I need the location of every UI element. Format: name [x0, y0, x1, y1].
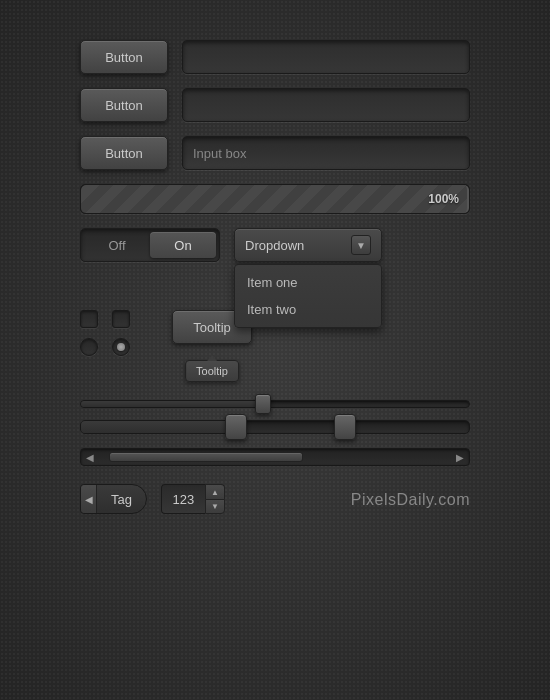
button-3[interactable]: Button [80, 136, 168, 170]
thick-slider-thumb-2[interactable] [334, 414, 356, 440]
textbox-1[interactable] [182, 40, 470, 74]
progress-label: 100% [428, 192, 459, 206]
spinner-input[interactable] [161, 484, 205, 514]
brand-suffix: .com [433, 491, 470, 508]
scrollbar-thumb[interactable] [109, 452, 303, 462]
scrollbar-right-arrow[interactable]: ▶ [451, 449, 469, 465]
button-1[interactable]: Button [80, 40, 168, 74]
dropdown-menu: Item one Item two [234, 264, 382, 328]
spinner-down[interactable]: ▼ [205, 499, 225, 514]
thin-slider-thumb[interactable] [255, 394, 271, 414]
thin-slider-fill [81, 401, 263, 407]
toggle-off[interactable]: Off [84, 232, 150, 258]
scrollbar[interactable]: ◀ ▶ [80, 448, 470, 466]
dropdown-arrow-icon[interactable]: ▼ [351, 235, 371, 255]
spinner-arrows: ▲ ▼ [205, 484, 225, 514]
thick-slider-thumb-1[interactable] [225, 414, 247, 440]
toggle-switch[interactable]: Off On [80, 228, 220, 262]
textbox-3[interactable] [182, 136, 470, 170]
checkbox-group [80, 310, 130, 356]
dropdown-label: Dropdown [245, 238, 304, 253]
radio-2[interactable] [112, 338, 130, 356]
tooltip-bubble: Tooltip [185, 360, 239, 382]
dropdown-button[interactable]: Dropdown ▼ [234, 228, 382, 262]
spinner-up[interactable]: ▲ [205, 484, 225, 499]
bottom-row: ◀ Tag ▲ ▼ PixelsDaily.com [80, 484, 470, 514]
checkbox-2[interactable] [112, 310, 130, 328]
brand-main: PixelsDaily [351, 491, 434, 508]
checkbox-1[interactable] [80, 310, 98, 328]
tag-button[interactable]: ◀ Tag [80, 484, 147, 514]
tag-label: Tag [97, 492, 146, 507]
tag-arrow-icon: ◀ [81, 485, 97, 513]
dropdown-item-2[interactable]: Item two [235, 296, 381, 323]
scrollbar-left-arrow[interactable]: ◀ [81, 449, 99, 465]
dropdown-wrapper: Dropdown ▼ Item one Item two [234, 228, 382, 262]
dropdown-item-1[interactable]: Item one [235, 269, 381, 296]
spinner: ▲ ▼ [161, 484, 225, 514]
progress-bar: 100% [80, 184, 470, 214]
button-2[interactable]: Button [80, 88, 168, 122]
thick-slider-track[interactable] [80, 420, 470, 434]
brand: PixelsDaily.com [351, 489, 470, 510]
scrollbar-track[interactable] [99, 449, 451, 465]
progress-fill [81, 185, 469, 213]
toggle-on[interactable]: On [150, 232, 216, 258]
thin-slider-track[interactable] [80, 400, 470, 408]
thick-slider-fill [81, 421, 236, 433]
radio-1[interactable] [80, 338, 98, 356]
slider-section [80, 400, 470, 434]
textbox-2[interactable] [182, 88, 470, 122]
